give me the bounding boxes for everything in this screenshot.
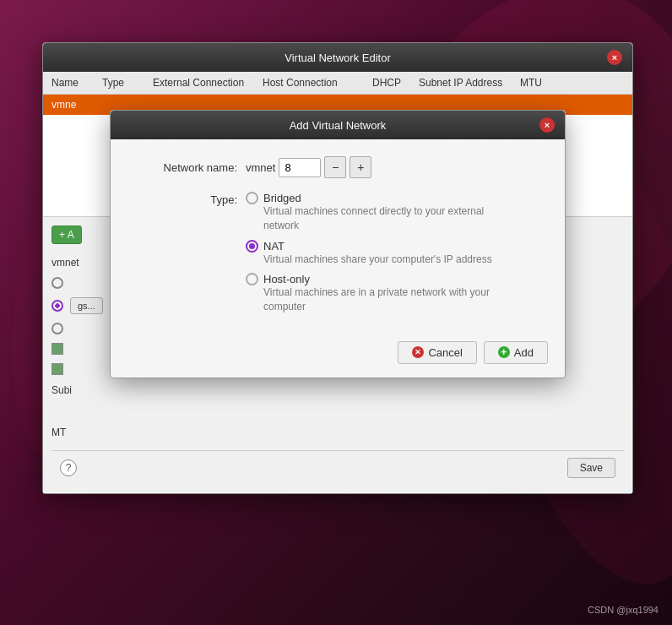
type-option-bridged[interactable]: Bridged Virtual machines connect directl…: [246, 192, 492, 233]
type-option-hostonly[interactable]: Host-only Virtual machines are in a priv…: [246, 273, 492, 314]
increment-button[interactable]: +: [350, 156, 371, 178]
dialog-title: Add Virtual Network: [136, 119, 539, 132]
radio-bridged[interactable]: [246, 192, 258, 204]
decrement-button[interactable]: −: [324, 156, 346, 178]
dialog-body: Network name: vmnet − + Type: Bridged V: [111, 139, 565, 331]
add-button[interactable]: + Add: [484, 341, 548, 364]
type-label: Type:: [136, 192, 237, 206]
type-option-bridged-header[interactable]: Bridged: [246, 192, 492, 204]
network-name-prefix: vmnet: [246, 161, 275, 174]
dialog-footer: ✕ Cancel + Add: [111, 331, 565, 378]
cancel-label: Cancel: [428, 346, 462, 359]
dialog-overlay: Add Virtual Network × Network name: vmne…: [42, 42, 633, 566]
cancel-button[interactable]: ✕ Cancel: [398, 341, 476, 364]
dialog-titlebar: Add Virtual Network ×: [111, 111, 565, 139]
type-option-nat[interactable]: NAT Virtual machines share your computer…: [246, 240, 492, 267]
add-icon: +: [498, 346, 510, 358]
radio-nat[interactable]: [246, 240, 258, 253]
type-option-nat-header[interactable]: NAT: [246, 240, 492, 253]
type-bridged-name: Bridged: [263, 192, 301, 204]
network-name-input[interactable]: [279, 158, 321, 177]
type-bridged-desc: Virtual machines connect directly to you…: [263, 204, 492, 233]
type-row: Type: Bridged Virtual machines connect d…: [136, 192, 539, 314]
cancel-icon: ✕: [412, 346, 424, 358]
type-hostonly-desc: Virtual machines are in a private networ…: [263, 285, 492, 314]
type-nat-desc: Virtual machines share your computer's I…: [263, 253, 492, 267]
radio-hostonly[interactable]: [246, 273, 258, 285]
network-name-row: Network name: vmnet − +: [136, 156, 539, 178]
add-label: Add: [514, 346, 534, 359]
watermark: CSDN @jxq1994: [588, 605, 658, 615]
type-hostonly-name: Host-only: [263, 273, 310, 285]
add-virtual-network-dialog: Add Virtual Network × Network name: vmne…: [110, 110, 566, 378]
dialog-close-button[interactable]: ×: [539, 117, 555, 133]
type-nat-name: NAT: [263, 240, 285, 253]
type-option-hostonly-header[interactable]: Host-only: [246, 273, 492, 285]
network-name-label: Network name:: [136, 161, 237, 174]
type-options: Bridged Virtual machines connect directl…: [246, 192, 492, 314]
